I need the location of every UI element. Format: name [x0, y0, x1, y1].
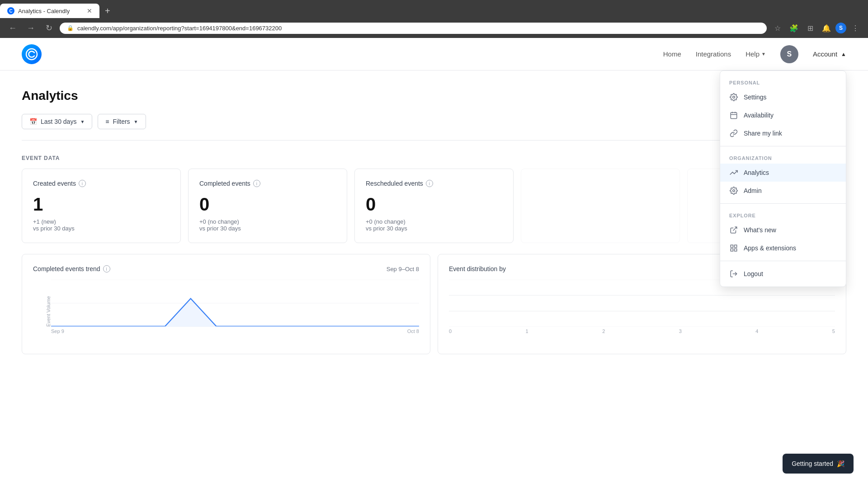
svg-rect-18	[735, 245, 737, 247]
active-tab[interactable]: C Analytics - Calendly ✕	[0, 4, 99, 18]
extensions-icon[interactable]: 🧩	[787, 21, 801, 35]
date-range-chevron-icon: ▼	[80, 119, 85, 124]
getting-started-emoji: 🎉	[837, 460, 844, 467]
admin-icon	[729, 186, 738, 195]
admin-item[interactable]: Admin	[720, 182, 846, 200]
distribution-chart-area: 012345	[449, 280, 835, 343]
tab-title: Analytics - Calendly	[18, 8, 70, 14]
rescheduled-events-info-icon[interactable]: i	[426, 180, 433, 187]
app-logo[interactable]	[22, 44, 42, 64]
cancelled-events-card	[521, 169, 680, 243]
url-bar[interactable]: 🔒 calendly.com/app/organization/reportin…	[60, 23, 767, 34]
share-link-item[interactable]: Share my link	[720, 124, 846, 142]
completed-events-card: Completed events i 0 +0 (no change)vs pr…	[188, 169, 347, 243]
getting-started-label: Getting started	[792, 460, 833, 467]
nav-help[interactable]: Help ▼	[745, 50, 766, 58]
trend-chart-svg: 1 0	[51, 280, 419, 327]
created-events-value: 1	[33, 194, 170, 215]
account-button[interactable]: Account ▲	[813, 50, 846, 58]
browser-tabs: C Analytics - Calendly ✕ +	[0, 0, 868, 18]
trend-chart-header: Completed events trend i Sep 9–Oct 8	[33, 265, 419, 272]
browser-toolbar: ← → ↻ 🔒 calendly.com/app/organization/re…	[0, 18, 868, 38]
analytics-item[interactable]: Analytics	[720, 164, 846, 182]
account-chevron-icon: ▲	[841, 51, 846, 57]
admin-label: Admin	[744, 187, 762, 194]
share-link-icon	[729, 129, 738, 138]
trend-chart-card: Completed events trend i Sep 9–Oct 8 Eve…	[22, 254, 430, 354]
logout-icon	[729, 269, 738, 278]
apps-extensions-icon	[729, 244, 738, 253]
getting-started-toast[interactable]: Getting started 🎉	[783, 454, 854, 474]
date-range-filter[interactable]: 📅 Last 30 days ▼	[22, 114, 92, 129]
svg-rect-17	[731, 245, 733, 247]
created-events-card: Created events i 1 +1 (new)vs prior 30 d…	[22, 169, 181, 243]
account-dropdown: PERSONAL Settings Availability	[720, 70, 846, 287]
notifications-icon[interactable]: 🔔	[819, 21, 834, 35]
rescheduled-events-change: +0 (no change)vs prior 30 days	[366, 218, 502, 232]
apps-extensions-label: Apps & extensions	[744, 244, 796, 252]
rescheduled-events-value: 0	[366, 194, 502, 215]
created-events-change: +1 (new)vs prior 30 days	[33, 218, 170, 232]
completed-events-change: +0 (no change)vs prior 30 days	[199, 218, 336, 232]
lock-icon: 🔒	[67, 25, 74, 31]
filter-icon: ≡	[105, 118, 109, 125]
dropdown-divider-1	[720, 146, 846, 146]
share-link-label: Share my link	[744, 130, 782, 137]
filters-button[interactable]: ≡ Filters ▼	[98, 114, 146, 129]
availability-item[interactable]: Availability	[720, 106, 846, 124]
bookmark-icon[interactable]: ☆	[770, 21, 785, 35]
rescheduled-events-card: Rescheduled events i 0 +0 (no change)vs …	[354, 169, 514, 243]
logout-label: Logout	[744, 270, 763, 277]
settings-item[interactable]: Settings	[720, 88, 846, 106]
header-nav: Home Integrations Help ▼ S Account ▲	[663, 45, 846, 63]
completed-events-value: 0	[199, 194, 336, 215]
logout-item[interactable]: Logout	[720, 265, 846, 283]
settings-label: Settings	[744, 94, 767, 101]
dropdown-divider-3	[720, 261, 846, 261]
analytics-label: Analytics	[744, 169, 769, 176]
analytics-icon	[729, 168, 738, 177]
browser-profile-button[interactable]: S	[835, 23, 846, 33]
help-chevron-icon: ▼	[761, 52, 766, 56]
created-events-info-icon[interactable]: i	[79, 180, 86, 187]
whats-new-icon	[729, 225, 738, 235]
distribution-chart-title: Event distribution by	[449, 265, 506, 272]
completed-events-title: Completed events i	[199, 180, 336, 187]
svg-rect-11	[731, 113, 737, 119]
svg-rect-19	[735, 249, 737, 251]
filters-chevron-icon: ▼	[134, 119, 138, 124]
trend-chart-area: Event Volume 1 0	[33, 280, 419, 343]
nav-home[interactable]: Home	[663, 50, 681, 58]
explore-section-label: EXPLORE	[720, 207, 846, 221]
svg-point-0	[26, 49, 37, 60]
svg-point-15	[733, 190, 735, 192]
browser-actions: ☆ 🧩 ⊞ 🔔 S ⋮	[770, 21, 863, 35]
tab-close-icon[interactable]: ✕	[87, 7, 92, 14]
sidebar-icon[interactable]: ⊞	[803, 21, 817, 35]
svg-line-16	[733, 227, 737, 230]
calendar-icon: 📅	[29, 118, 37, 125]
refresh-button[interactable]: ↻	[42, 21, 56, 35]
created-events-title: Created events i	[33, 180, 170, 187]
apps-extensions-item[interactable]: Apps & extensions	[720, 239, 846, 257]
forward-button[interactable]: →	[24, 21, 38, 35]
avatar[interactable]: S	[780, 45, 798, 63]
new-tab-button[interactable]: +	[99, 4, 116, 18]
whats-new-label: What's new	[744, 226, 776, 234]
browser-menu-icon[interactable]: ⋮	[848, 21, 863, 35]
logo-circle	[22, 44, 42, 64]
svg-point-10	[733, 96, 735, 99]
dropdown-divider-2	[720, 203, 846, 204]
organization-section-label: ORGANIZATION	[720, 150, 846, 164]
tab-favicon: C	[7, 7, 14, 14]
trend-chart-info-icon[interactable]: i	[103, 265, 110, 272]
availability-icon	[729, 111, 738, 120]
nav-integrations[interactable]: Integrations	[696, 50, 731, 58]
completed-events-info-icon[interactable]: i	[253, 180, 260, 187]
back-button[interactable]: ←	[5, 21, 20, 35]
svg-rect-20	[731, 249, 733, 251]
app-container: Home Integrations Help ▼ S Account ▲ Ana…	[0, 38, 868, 488]
trend-chart-title: Completed events trend i	[33, 265, 110, 272]
browser-chrome: C Analytics - Calendly ✕ + ← → ↻ 🔒 calen…	[0, 0, 868, 38]
whats-new-item[interactable]: What's new	[720, 221, 846, 239]
